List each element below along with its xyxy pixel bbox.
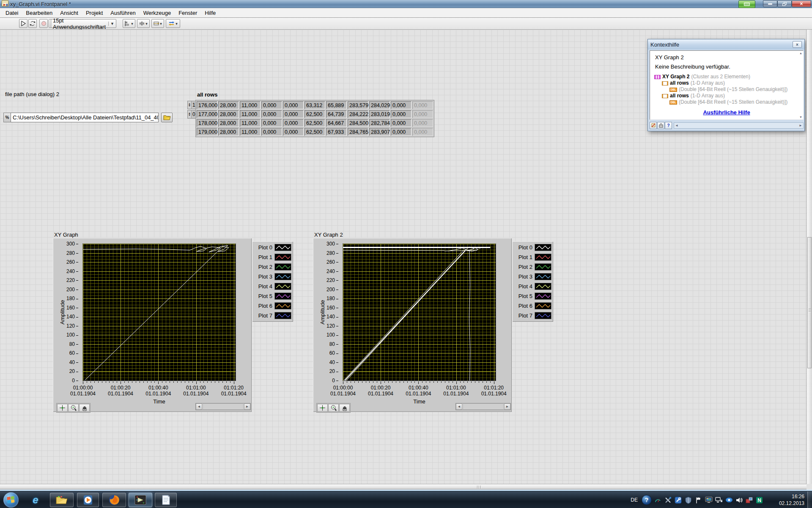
restore-button[interactable] bbox=[777, 0, 792, 7]
ni-icon[interactable]: N bbox=[755, 496, 763, 504]
flag-icon[interactable] bbox=[694, 496, 702, 504]
spinner-arrows-icon[interactable]: ▲▼ bbox=[188, 110, 192, 118]
table-cell[interactable]: 284,029 bbox=[369, 101, 390, 109]
scroll-right-icon[interactable]: ► bbox=[504, 403, 510, 410]
usb-icon[interactable] bbox=[664, 496, 672, 504]
reorder-dropdown[interactable]: ▾ bbox=[166, 19, 180, 28]
legend-item[interactable]: Plot 1 bbox=[514, 252, 551, 262]
menu-item-datei[interactable]: Datei bbox=[2, 9, 22, 17]
table-cell[interactable]: 0,000 bbox=[261, 101, 282, 109]
table-cell[interactable]: 0,000 bbox=[391, 128, 411, 136]
table-cell[interactable]: 62,500 bbox=[304, 119, 325, 127]
table-cell[interactable]: 62,500 bbox=[304, 110, 325, 118]
legend-item[interactable]: Plot 0 bbox=[254, 243, 291, 252]
scroll-left-icon[interactable]: ◄ bbox=[456, 403, 462, 410]
table-cell[interactable]: 284,222 bbox=[348, 110, 368, 118]
legend-swatch[interactable] bbox=[274, 263, 291, 271]
legend-item[interactable]: Plot 7 bbox=[514, 311, 551, 320]
table-cell[interactable]: 0,000 bbox=[412, 110, 433, 118]
table-cell[interactable]: 177,000 bbox=[197, 110, 217, 118]
attach-help-button[interactable] bbox=[650, 122, 657, 129]
menu-item-ansicht[interactable]: Ansicht bbox=[56, 9, 82, 17]
run-continuous-button[interactable] bbox=[28, 19, 37, 28]
show-desktop-button[interactable] bbox=[807, 491, 812, 508]
zoom-tool-button[interactable] bbox=[328, 404, 339, 412]
pan-tool-button[interactable] bbox=[79, 404, 90, 412]
legend-item[interactable]: Plot 6 bbox=[254, 301, 291, 311]
table-cell[interactable]: 0,000 bbox=[412, 101, 433, 109]
hscroll-grip[interactable] bbox=[477, 486, 481, 489]
context-help-close-button[interactable]: × bbox=[793, 41, 802, 48]
legend-item[interactable]: Plot 7 bbox=[254, 311, 291, 320]
browse-button[interactable] bbox=[161, 113, 173, 122]
file-path-input[interactable]: C:\Users\Schreiber\Desktop\Alle Dateien\… bbox=[11, 113, 159, 122]
xy-graph[interactable]: Amplitude3002802602402202001801601401201… bbox=[53, 238, 252, 412]
table-cell[interactable]: 11,000 bbox=[240, 119, 261, 127]
help-button[interactable]: ? bbox=[665, 122, 672, 129]
legend-swatch[interactable] bbox=[274, 293, 291, 300]
volume-icon[interactable] bbox=[735, 496, 743, 504]
panel-vscrollbar[interactable] bbox=[807, 30, 812, 484]
legend-swatch[interactable] bbox=[535, 312, 551, 319]
xy-graph[interactable]: Amplitude3002802602402202001801601401201… bbox=[313, 238, 512, 412]
context-help-hscrollbar[interactable]: ◄► bbox=[674, 122, 804, 129]
table-cell[interactable]: 0,000 bbox=[261, 110, 282, 118]
window-titlebar[interactable]: xy_Graph.vi Frontpanel * × bbox=[0, 0, 812, 8]
legend-item[interactable]: Plot 3 bbox=[514, 272, 551, 282]
table-cell[interactable]: 65,889 bbox=[326, 101, 347, 109]
display-icon[interactable] bbox=[705, 496, 713, 504]
cursor-tool-button[interactable] bbox=[57, 404, 68, 412]
table-cell[interactable]: 0,000 bbox=[283, 128, 304, 136]
menu-item-projekt[interactable]: Projekt bbox=[82, 9, 107, 17]
legend-swatch[interactable] bbox=[535, 293, 551, 300]
minimize-button[interactable] bbox=[763, 0, 777, 7]
labview-icon[interactable] bbox=[129, 493, 152, 507]
front-panel[interactable]: file path (use dialog) 2 % C:\Users\Schr… bbox=[0, 30, 807, 484]
legend-swatch[interactable] bbox=[535, 244, 551, 251]
legend-item[interactable]: Plot 3 bbox=[254, 272, 291, 282]
legend-swatch[interactable] bbox=[535, 254, 551, 261]
table-cell[interactable]: 28,000 bbox=[218, 128, 239, 136]
table-cell[interactable]: 284,765 bbox=[348, 128, 368, 136]
scroll-track[interactable] bbox=[463, 403, 504, 410]
start-button[interactable] bbox=[3, 492, 19, 508]
menu-item-bearbeiten[interactable]: Bearbeiten bbox=[22, 9, 56, 17]
pan-tool-button[interactable] bbox=[339, 404, 350, 412]
legend-item[interactable]: Plot 6 bbox=[514, 301, 551, 311]
internet-explorer-icon[interactable]: e bbox=[27, 493, 44, 507]
table-cell[interactable]: 11,000 bbox=[240, 101, 261, 109]
help-orb-icon[interactable]: ? bbox=[642, 495, 652, 505]
legend-swatch[interactable] bbox=[535, 283, 551, 290]
legend-swatch[interactable] bbox=[535, 302, 551, 309]
green-tool-button[interactable] bbox=[738, 0, 755, 8]
scroll-up-icon[interactable]: ▲ bbox=[799, 52, 802, 55]
table-cell[interactable]: 67,933 bbox=[326, 128, 347, 136]
legend-swatch[interactable] bbox=[274, 312, 291, 319]
legend-item[interactable]: Plot 1 bbox=[254, 252, 291, 262]
table-cell[interactable]: 0,000 bbox=[283, 101, 304, 109]
menu-item-werkzeuge[interactable]: Werkzeuge bbox=[140, 9, 175, 17]
firefox-icon[interactable] bbox=[102, 493, 126, 507]
shield-icon[interactable] bbox=[684, 496, 692, 504]
distribute-objects-dropdown[interactable]: ▾ bbox=[137, 19, 150, 28]
legend-item[interactable]: Plot 5 bbox=[514, 291, 551, 301]
media-player-icon[interactable] bbox=[77, 493, 99, 507]
legend-item[interactable]: Plot 4 bbox=[514, 282, 551, 291]
legend-item[interactable]: Plot 5 bbox=[254, 291, 291, 301]
align-objects-dropdown[interactable]: ▾ bbox=[123, 19, 135, 28]
table-cell[interactable]: 0,000 bbox=[391, 110, 411, 118]
table-cell[interactable]: 0,000 bbox=[412, 119, 433, 127]
legend-swatch[interactable] bbox=[274, 244, 291, 251]
taskbar-clock[interactable]: 16:26 02.12.2013 bbox=[779, 493, 804, 507]
menu-item-ausführen[interactable]: Ausführen bbox=[107, 9, 139, 17]
cursor-tool-button[interactable] bbox=[317, 404, 328, 412]
font-selector[interactable]: 15pt Anwendungsschriftart ▼ bbox=[51, 19, 116, 28]
table-cell[interactable]: 176,000 bbox=[197, 101, 217, 109]
table-cell[interactable]: 11,000 bbox=[240, 128, 261, 136]
table-cell[interactable]: 0,000 bbox=[283, 110, 304, 118]
panel-hscrollbar[interactable] bbox=[0, 484, 807, 489]
gauge-icon[interactable] bbox=[654, 496, 662, 504]
graph-hscrollbar[interactable]: ◄► bbox=[195, 403, 251, 410]
plot-area[interactable] bbox=[83, 244, 236, 381]
legend-swatch[interactable] bbox=[274, 283, 291, 290]
